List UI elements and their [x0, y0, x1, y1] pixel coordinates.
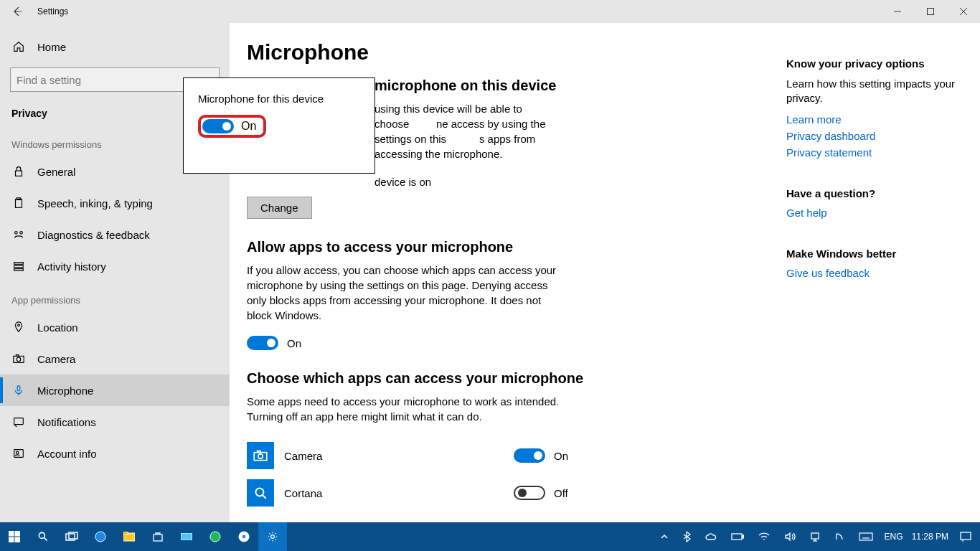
apps-access-toggle-label: On: [287, 337, 301, 349]
app-row-cortana: Cortana Off: [247, 474, 963, 512]
app-toggle-camera[interactable]: [514, 448, 545, 463]
action-center-button[interactable]: [957, 522, 974, 551]
svg-rect-4: [16, 171, 22, 176]
tray-network-icon[interactable]: [807, 522, 823, 551]
sidebar-item-label: Location: [37, 321, 78, 334]
sidebar-item-activity[interactable]: Activity history: [0, 250, 230, 282]
camera-tile-icon: [247, 442, 274, 469]
taskbar-explorer[interactable]: [115, 522, 143, 551]
history-icon: [11, 259, 26, 273]
tray-volume-icon[interactable]: [781, 522, 798, 551]
tray-onedrive-icon[interactable]: [702, 522, 720, 551]
tray-bluetooth-icon[interactable]: [679, 522, 694, 551]
maximize-button[interactable]: [914, 0, 947, 23]
taskbar-settings[interactable]: [258, 522, 287, 551]
svg-point-38: [210, 532, 220, 542]
task-view-button[interactable]: [57, 522, 86, 551]
svg-rect-43: [743, 535, 744, 538]
tray-language[interactable]: ENG: [885, 532, 903, 542]
svg-point-14: [17, 357, 20, 361]
sidebar-item-label: Activity history: [37, 260, 106, 273]
link-get-help[interactable]: Get help: [786, 207, 958, 219]
help-title-2: Have a question?: [786, 187, 958, 199]
start-button[interactable]: [0, 522, 29, 551]
minimize-button[interactable]: [881, 0, 914, 23]
app-toggle-label: Off: [554, 487, 568, 499]
svg-rect-28: [15, 537, 20, 542]
tray-overflow[interactable]: [658, 522, 671, 551]
sidebar-item-label: Speech, inking, & typing: [37, 197, 153, 209]
app-toggle-cortana[interactable]: [514, 486, 545, 500]
notifications-icon: [11, 415, 26, 429]
svg-rect-37: [181, 533, 192, 540]
svg-point-12: [18, 324, 20, 326]
svg-rect-9: [14, 263, 24, 265]
svg-rect-1: [928, 9, 934, 15]
svg-point-33: [95, 532, 105, 542]
sidebar-item-camera[interactable]: Camera: [0, 343, 230, 375]
change-button[interactable]: Change: [247, 197, 312, 219]
svg-rect-5: [16, 199, 22, 208]
taskbar-edge[interactable]: [86, 522, 115, 551]
svg-rect-35: [123, 532, 128, 534]
link-privacy-statement[interactable]: Privacy statement: [786, 146, 958, 159]
sidebar-item-location[interactable]: Location: [0, 311, 230, 343]
taskbar-store[interactable]: [143, 522, 172, 551]
svg-rect-16: [17, 386, 20, 391]
svg-rect-42: [732, 534, 742, 540]
sidebar-item-speech[interactable]: Speech, inking, & typing: [0, 187, 230, 219]
svg-rect-25: [9, 531, 14, 536]
device-mic-toggle[interactable]: [202, 119, 234, 133]
tray-nvidia-icon[interactable]: [831, 522, 847, 551]
apps-access-toggle[interactable]: [247, 336, 278, 350]
microphone-icon: [11, 383, 26, 397]
tray-keyboard-icon[interactable]: [856, 522, 876, 551]
popup-title: Microphone for this device: [198, 93, 360, 105]
home-icon: [11, 39, 26, 54]
tray-clock[interactable]: 11:28 PM: [912, 532, 948, 542]
app-list: Camera On Cortana Off: [247, 437, 963, 512]
svg-rect-15: [16, 355, 19, 357]
help-text-1: Learn how this setting impacts your priv…: [786, 77, 958, 106]
home-button[interactable]: Home: [0, 32, 230, 62]
microphone-device-popup: Microphone for this device On: [183, 77, 375, 174]
svg-point-19: [16, 451, 19, 454]
clipboard-icon: [11, 196, 26, 210]
sidebar-item-account-info[interactable]: Account info: [0, 438, 230, 469]
link-privacy-dashboard[interactable]: Privacy dashboard: [786, 130, 958, 142]
taskbar-app-1[interactable]: [172, 522, 201, 551]
svg-rect-10: [14, 265, 24, 268]
svg-line-30: [44, 538, 47, 541]
link-learn-more[interactable]: Learn more: [786, 113, 958, 126]
link-give-feedback[interactable]: Give us feedback: [786, 267, 958, 279]
svg-line-24: [263, 495, 265, 498]
camera-icon: [11, 352, 26, 366]
taskbar-spotify[interactable]: [201, 522, 230, 551]
section-device-desc: using this device will be able to choose…: [374, 101, 568, 161]
titlebar: Settings: [0, 0, 980, 23]
svg-rect-22: [258, 451, 260, 452]
help-title-3: Make Windows better: [786, 248, 958, 260]
sidebar-item-diagnostics[interactable]: Diagnostics & feedback: [0, 219, 230, 250]
sidebar-item-notifications[interactable]: Notifications: [0, 406, 230, 438]
cortana-tile-icon: [247, 479, 274, 507]
sidebar-item-label: Microphone: [37, 385, 93, 397]
taskbar-search[interactable]: [29, 522, 57, 551]
svg-rect-11: [14, 269, 24, 271]
taskbar-chrome[interactable]: [230, 522, 258, 551]
feedback-icon: [11, 227, 26, 242]
sidebar-item-microphone[interactable]: Microphone: [0, 375, 230, 406]
section-choose-desc: Some apps need to access your microphone…: [247, 394, 562, 424]
close-button[interactable]: [947, 0, 980, 23]
svg-point-8: [20, 232, 23, 235]
svg-point-7: [15, 232, 18, 235]
back-button[interactable]: [0, 0, 34, 23]
tray-wifi-icon[interactable]: [755, 522, 773, 551]
help-title-1: Know your privacy options: [786, 57, 958, 70]
sidebar-item-label: General: [37, 166, 75, 178]
svg-rect-44: [811, 533, 819, 539]
tray-battery-icon[interactable]: [728, 522, 747, 551]
sidebar-item-label: Account info: [37, 448, 97, 460]
location-icon: [11, 320, 26, 334]
popup-highlight: On: [198, 115, 266, 138]
